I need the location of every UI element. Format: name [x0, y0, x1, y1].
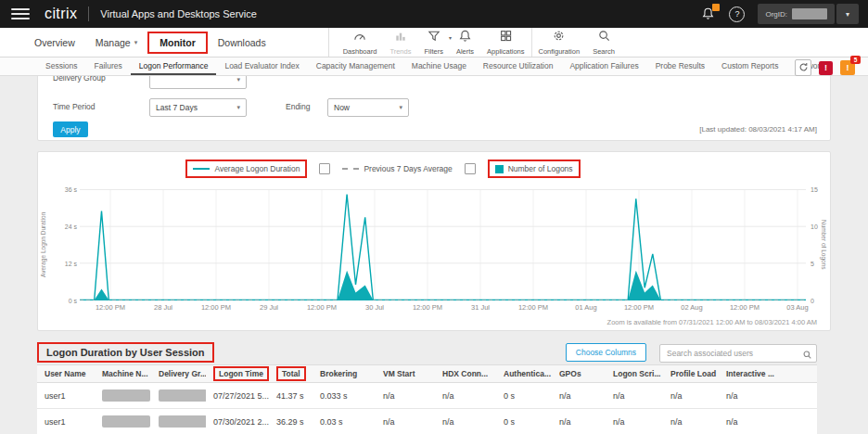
x-axis-ticks: 12:00 PM28 Jul12:00 PM29 Jul12:00 PM30 J… — [80, 303, 806, 313]
table-cell: 36.29 s — [269, 409, 313, 434]
nav-label: Downloads — [218, 37, 266, 48]
table-cell: 07/30/2021 2... — [206, 409, 269, 434]
left-axis-ticks: 36 s24 s12 s0 s — [49, 189, 77, 300]
delivery-group-select[interactable]: ▾ — [149, 76, 247, 89]
notifications-button[interactable] — [701, 6, 716, 21]
choose-columns-button[interactable]: Choose Columns — [566, 343, 646, 362]
tool-label: Alerts — [456, 47, 474, 56]
column-header-total[interactable]: Total — [269, 365, 313, 383]
subtab-capacity-management[interactable]: Capacity Management — [308, 57, 403, 75]
legend-previous-7-days-average[interactable]: Previous 7 Days Average — [342, 164, 452, 173]
nav-item-monitor[interactable]: Monitor — [147, 32, 208, 54]
legend-checkbox-number-of-logons[interactable] — [465, 163, 476, 174]
legend-label: Number of Logons — [508, 164, 573, 173]
error-alert-icon[interactable] — [819, 61, 833, 75]
table-header-row: User NameMachine N...Delivery Gr...Logon… — [37, 365, 817, 383]
x-tick-label: 12:00 PM — [624, 303, 654, 312]
legend-number-of-logons[interactable]: Number of Logons — [488, 160, 581, 178]
table-cell: 0 s — [496, 409, 552, 434]
gear-icon — [552, 29, 566, 46]
menu-icon[interactable] — [11, 5, 30, 23]
chevron-down-icon: ▾ — [846, 10, 849, 19]
nav-tool-filters[interactable]: ▾ Filters — [417, 28, 449, 57]
nav-tool-dashboard[interactable]: Dashboard — [337, 28, 384, 57]
legend-average-logon-duration[interactable]: Average Logon Duration — [185, 160, 307, 178]
filter-icon — [427, 29, 441, 46]
warning-alert-icon[interactable]: 5 — [840, 60, 855, 75]
tool-label: Search — [593, 47, 615, 56]
time-period-label: Time Period — [53, 102, 96, 111]
subtab-resource-utilization[interactable]: Resource Utilization — [475, 57, 562, 75]
table-title: Logon Duration by User Session — [37, 342, 214, 363]
chevron-down-icon: ▾ — [134, 39, 138, 46]
subtab-sessions[interactable]: Sessions — [37, 57, 86, 75]
y-tick-label: 0 — [811, 298, 814, 304]
subtab-failures[interactable]: Failures — [86, 57, 131, 75]
delivery-group-label: Delivery Group — [53, 76, 106, 83]
column-header-logon-scri[interactable]: Logon Scri... — [606, 365, 663, 383]
table-cell: n/a — [663, 409, 719, 434]
zoom-availability-note: Zoom is available from 07/31/2021 12:00 … — [607, 318, 817, 326]
column-header-interactive[interactable]: Interactive ... — [719, 365, 817, 383]
apply-button[interactable]: Apply — [53, 121, 88, 137]
help-button[interactable] — [729, 6, 745, 22]
column-header-profile-load[interactable]: Profile Load — [663, 365, 719, 383]
subtab-logon-performance[interactable]: Logon Performance — [131, 57, 217, 75]
column-header-machine-n[interactable]: Machine N... — [95, 365, 151, 383]
column-header-authentica[interactable]: Authentica... — [496, 365, 552, 383]
nav-tool-trends[interactable]: Trends — [383, 28, 417, 57]
applications-grid-icon — [499, 29, 513, 46]
org-id-box: OrgID: — [758, 4, 835, 24]
subtab-custom-reports[interactable]: Custom Reports — [713, 57, 786, 75]
nav-item-manage[interactable]: Manage▾ — [85, 33, 147, 52]
table-row[interactable]: user107/30/2021 2...36.29 s0.03 sn/an/a0… — [37, 409, 817, 434]
dashboard-icon — [352, 29, 367, 46]
nav-item-overview[interactable]: Overview — [24, 33, 85, 52]
y-tick-label: 15 — [811, 186, 818, 193]
x-tick-label: 31 Jul — [471, 303, 490, 312]
search-input[interactable] — [659, 344, 817, 363]
table-cell: n/a — [552, 409, 606, 434]
table-row[interactable]: user107/27/2021 5...41.37 s0.033 sn/an/a… — [37, 383, 817, 409]
column-header-vm-start[interactable]: VM Start — [376, 365, 435, 383]
legend-label: Previous 7 Days Average — [364, 164, 452, 173]
column-header-delivery-gr[interactable]: Delivery Gr... — [151, 365, 206, 383]
y-tick-label: 10 — [811, 223, 818, 230]
subtab-probe-results[interactable]: Probe Results — [647, 57, 713, 75]
account-menu-button[interactable]: ▾ — [836, 4, 859, 24]
subtab-machine-usage[interactable]: Machine Usage — [403, 57, 475, 75]
nav-tool-alerts[interactable]: Alerts — [450, 28, 480, 57]
nav-item-downloads[interactable]: Downloads — [208, 33, 276, 52]
nav-tool-configuration[interactable]: Configuration — [531, 28, 587, 57]
tool-label: Configuration — [539, 47, 581, 56]
ending-value: Now — [334, 103, 350, 112]
column-header-hdx-conn[interactable]: HDX Conn... — [435, 365, 496, 383]
table-cell: n/a — [606, 383, 663, 409]
chart-plot-area[interactable] — [80, 189, 806, 300]
nav-label: Manage — [96, 37, 131, 48]
redacted-value — [102, 415, 150, 428]
table-cell: n/a — [552, 383, 606, 409]
column-header-gpos[interactable]: GPOs — [552, 365, 606, 383]
user-sessions-table: User NameMachine N...Delivery Gr...Logon… — [37, 364, 817, 434]
nav-tool-search[interactable]: Search — [586, 28, 621, 57]
nav-tool-applications[interactable]: Applications — [480, 28, 530, 57]
table-cell: user1 — [37, 383, 95, 409]
legend-checkbox-previous-7-days[interactable] — [319, 163, 330, 174]
column-header-user-name[interactable]: User Name — [37, 365, 95, 383]
x-tick-label: 28 Jul — [154, 303, 172, 312]
time-period-select[interactable]: Last 7 Days ▾ — [149, 98, 247, 117]
subtab-load-evaluator-index[interactable]: Load Evaluator Index — [216, 57, 307, 75]
column-header-brokering[interactable]: Brokering — [313, 365, 376, 383]
divider — [88, 6, 89, 21]
time-period-value: Last 7 Days — [156, 103, 198, 112]
tool-label: Dashboard — [343, 47, 377, 56]
alerts-bell-icon — [458, 29, 472, 46]
table-cell: 41.37 s — [269, 383, 313, 409]
column-header-logon-time[interactable]: Logon Time — [206, 365, 269, 383]
subtab-application-failures[interactable]: Application Failures — [561, 57, 646, 75]
refresh-button[interactable] — [795, 59, 811, 76]
ending-select[interactable]: Now ▾ — [327, 98, 409, 117]
search-icon — [802, 347, 812, 364]
table-cell: n/a — [663, 383, 719, 409]
